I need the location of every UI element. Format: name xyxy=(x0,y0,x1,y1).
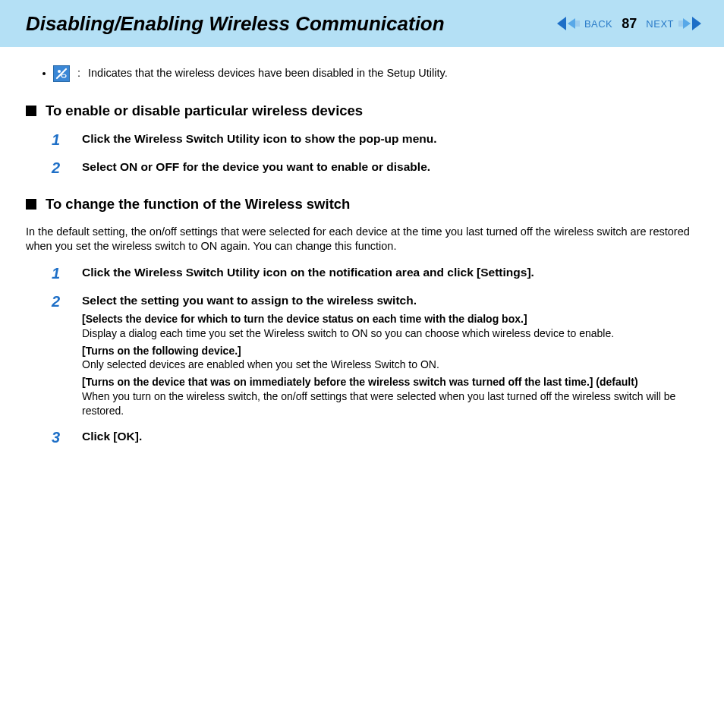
svg-marker-4 xyxy=(683,18,691,29)
svg-marker-0 xyxy=(557,17,566,30)
section-2-heading: To change the function of the Wireless s… xyxy=(26,195,698,214)
step-number: 3 xyxy=(52,429,65,448)
step-row: 1 Click the Wireless Switch Utility icon… xyxy=(52,131,698,150)
info-bullet: : Indicates that the wireless devices ha… xyxy=(42,65,698,82)
square-bullet-icon xyxy=(26,106,36,116)
option-2-label: [Turns on the following device.] xyxy=(82,344,698,358)
next-button[interactable]: NEXT xyxy=(646,18,674,30)
step-number: 1 xyxy=(52,265,65,284)
option-2-text: Only selected devices are enabled when y… xyxy=(82,358,698,372)
page-title: Disabling/Enabling Wireless Communicatio… xyxy=(26,12,557,36)
svg-rect-3 xyxy=(678,20,683,27)
svg-rect-2 xyxy=(575,20,580,27)
section-1-heading: To enable or disable particular wireless… xyxy=(26,102,698,121)
bullet-dot-icon xyxy=(42,72,46,75)
step-title: Select ON or OFF for the device you want… xyxy=(82,159,698,175)
svg-marker-1 xyxy=(568,18,575,29)
page-content: : Indicates that the wireless devices ha… xyxy=(0,47,724,448)
step-row: 1 Click the Wireless Switch Utility icon… xyxy=(52,265,698,284)
page-nav: BACK 87 NEXT xyxy=(557,16,716,32)
step-row: 3 Click [OK]. xyxy=(52,429,698,448)
step-number: 2 xyxy=(52,293,65,420)
option-3-text: When you turn on the wireless switch, th… xyxy=(82,389,698,418)
back-arrow-icon[interactable] xyxy=(557,17,580,30)
step-title: Select the setting you want to assign to… xyxy=(82,293,698,309)
step-title: Click [OK]. xyxy=(82,429,698,445)
section-1-steps: 1 Click the Wireless Switch Utility icon… xyxy=(52,131,698,178)
step-title: Click the Wireless Switch Utility icon t… xyxy=(82,131,698,147)
section-2-steps: 1 Click the Wireless Switch Utility icon… xyxy=(52,265,698,448)
back-button[interactable]: BACK xyxy=(584,18,612,30)
step-row: 2 Select the setting you want to assign … xyxy=(52,293,698,420)
page-header: Disabling/Enabling Wireless Communicatio… xyxy=(0,0,724,47)
option-3-label: [Turns on the device that was on immedia… xyxy=(82,375,698,389)
bullet-description: Indicates that the wireless devices have… xyxy=(88,66,448,81)
svg-marker-5 xyxy=(692,17,701,30)
step-number: 1 xyxy=(52,131,65,150)
page-number: 87 xyxy=(622,16,637,32)
section-2-intro: In the default setting, the on/off setti… xyxy=(26,225,698,254)
step-row: 2 Select ON or OFF for the device you wa… xyxy=(52,159,698,178)
colon-text: : xyxy=(77,66,80,81)
square-bullet-icon xyxy=(26,199,36,210)
svg-point-8 xyxy=(61,74,66,77)
option-1-text: Display a dialog each time you set the W… xyxy=(82,326,698,341)
option-1-label: [Selects the device for which to turn th… xyxy=(82,312,698,326)
section-1-title: To enable or disable particular wireless… xyxy=(46,102,363,121)
step-title: Click the Wireless Switch Utility icon o… xyxy=(82,265,628,281)
next-arrow-icon[interactable] xyxy=(678,17,701,30)
wireless-disabled-icon xyxy=(53,65,70,82)
step-number: 2 xyxy=(52,159,65,178)
section-2-title: To change the function of the Wireless s… xyxy=(46,195,350,214)
svg-point-7 xyxy=(58,70,61,73)
